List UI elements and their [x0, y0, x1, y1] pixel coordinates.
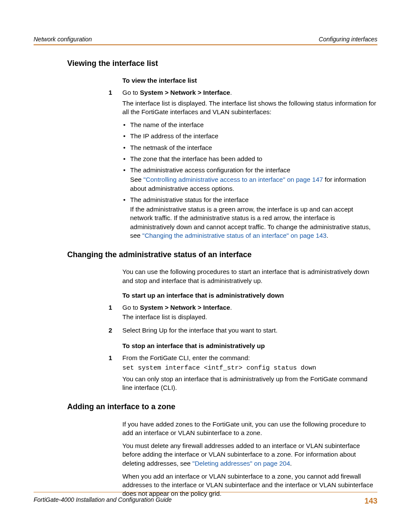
header-left: Network configuration	[34, 35, 92, 44]
section-heading-changing: Changing the administrative status of an…	[34, 249, 377, 260]
list-item: The administrative status for the interf…	[122, 196, 377, 240]
page-footer: FortiGate-4000 Installation and Configur…	[34, 492, 377, 506]
step-1b: 1 From the FortiGate CLI, enter the comm…	[122, 354, 377, 392]
nav-path: System > Network > Interface	[140, 89, 230, 96]
xref-link[interactable]: "Deleting addresses" on page 204	[193, 460, 290, 467]
xref-link[interactable]: "Changing the administrative status of a…	[142, 232, 327, 239]
step-2: 2 Select Bring Up for the interface that…	[122, 326, 377, 335]
step-text: From the FortiGate CLI, enter the comman…	[122, 354, 250, 361]
list-item: The zone that the interface has been add…	[122, 155, 377, 163]
bullet-text: The zone that the interface has been add…	[130, 155, 262, 162]
header-rule	[34, 44, 377, 45]
paragraph: If you have added zones to the FortiGate…	[122, 420, 377, 438]
bullet-body: See "Controlling administrative access t…	[130, 175, 377, 193]
step-text: Select Bring Up for the interface that y…	[122, 327, 277, 334]
step-1: 1 Go to System > Network > Interface. Th…	[122, 303, 377, 322]
step-number: 1	[109, 88, 112, 97]
bullet-list: The name of the interface The IP address…	[122, 121, 377, 240]
bullet-text: The netmask of the interface	[130, 144, 212, 151]
list-item: The name of the interface	[122, 121, 377, 129]
list-item: The netmask of the interface	[122, 143, 377, 152]
running-header: Network configuration Configuring interf…	[34, 35, 377, 44]
page-number: 143	[364, 496, 377, 506]
step-number: 2	[109, 326, 112, 335]
paragraph: You must delete any firewall addresses a…	[122, 442, 377, 468]
step-description: You can only stop an interface that is a…	[122, 375, 377, 392]
step-description: The interface list is displayed. The int…	[122, 99, 377, 117]
step-text-suffix: .	[230, 89, 232, 96]
bullet-body: If the administrative status is a green …	[130, 205, 377, 240]
procedure-heading: To start up an interface that is adminis…	[122, 291, 377, 300]
text-before-link: See	[130, 176, 143, 183]
bullet-text: The name of the interface	[130, 121, 204, 128]
xref-link[interactable]: "Controlling administrative access to an…	[143, 176, 323, 183]
step-description: The interface list is displayed.	[122, 313, 377, 321]
bullet-text: The IP address of the interface	[130, 132, 218, 140]
step-text-prefix: Go to	[122, 304, 140, 311]
list-item: The IP address of the interface	[122, 132, 377, 140]
footer-title: FortiGate-4000 Installation and Configur…	[34, 496, 172, 506]
header-right: Configuring interfaces	[319, 35, 377, 44]
section-heading-viewing: Viewing the interface list	[34, 58, 377, 68]
procedure-heading: To view the interface list	[122, 76, 377, 85]
nav-path: System > Network > Interface	[140, 304, 230, 311]
footer-rule	[34, 492, 377, 492]
text-after-link: .	[327, 232, 328, 239]
text-after-link: .	[290, 460, 292, 467]
cli-command: set system interface <intf_str> config s…	[122, 364, 377, 373]
procedure-heading: To stop an interface that is administrat…	[122, 342, 377, 350]
step-number: 1	[109, 303, 112, 312]
list-item: The administrative access configuration …	[122, 166, 377, 193]
step-text-suffix: .	[230, 304, 232, 311]
bullet-text: The administrative status for the interf…	[130, 196, 249, 203]
step-number: 1	[109, 354, 112, 362]
section-heading-adding: Adding an interface to a zone	[34, 401, 377, 412]
step-text-prefix: Go to	[122, 89, 140, 96]
step-1: 1 Go to System > Network > Interface. Th…	[122, 88, 377, 240]
section-intro: You can use the following procedures to …	[122, 268, 377, 285]
bullet-text: The administrative access configuration …	[130, 166, 290, 174]
